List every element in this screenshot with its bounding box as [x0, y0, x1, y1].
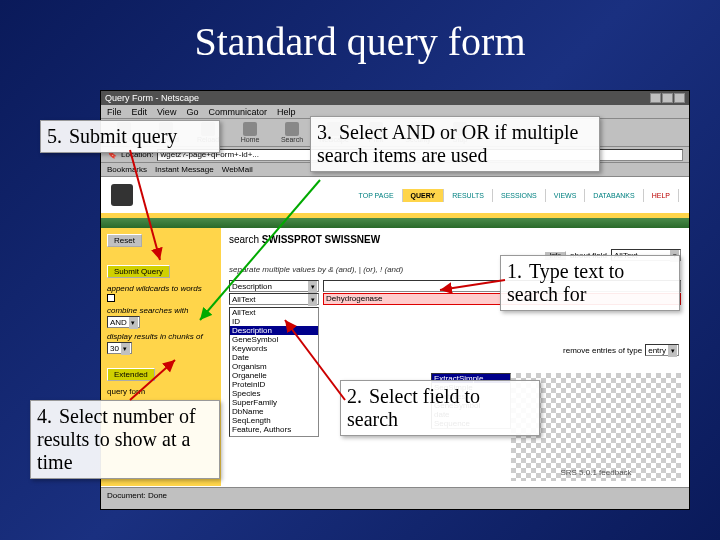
bookmark-link[interactable]: WebMail: [222, 165, 253, 174]
list-item[interactable]: Organism: [230, 362, 318, 371]
append-label: append wildcards to words: [107, 284, 215, 293]
tab-results[interactable]: RESULTS: [444, 189, 493, 202]
search-title: search SWISSPROT SWISSNEW: [229, 232, 681, 249]
list-item[interactable]: Feature, Authors: [230, 425, 318, 434]
status-bar: Document: Done: [101, 487, 689, 503]
menu-go[interactable]: Go: [186, 107, 198, 117]
append-checkbox[interactable]: [107, 294, 115, 302]
bookmark-link[interactable]: Instant Message: [155, 165, 214, 174]
field-list[interactable]: AllText ID Description GeneSymbol Keywor…: [229, 307, 319, 437]
tab-help[interactable]: HELP: [644, 189, 679, 202]
callout-5: 5.Submit query: [40, 120, 220, 153]
list-item[interactable]: SeqLength: [230, 416, 318, 425]
list-item[interactable]: Keywords: [230, 344, 318, 353]
home-icon: [243, 122, 257, 136]
submit-query-button[interactable]: Submit Query: [107, 265, 170, 278]
callout-4: 4.Select number of results to show at a …: [30, 400, 220, 479]
list-item[interactable]: Date: [230, 353, 318, 362]
chunks-select[interactable]: 30: [107, 342, 132, 354]
extended-button[interactable]: Extended: [107, 368, 155, 381]
search-button[interactable]: Search: [275, 122, 309, 143]
list-item[interactable]: SuperFamily: [230, 398, 318, 407]
window-titlebar: Query Form - Netscape: [101, 91, 689, 105]
list-item[interactable]: ID: [230, 317, 318, 326]
srs-logo-icon: [111, 184, 133, 206]
tab-views[interactable]: VIEWS: [546, 189, 586, 202]
tab-top[interactable]: TOP PAGE: [351, 189, 403, 202]
srs-header: TOP PAGE QUERY RESULTS SESSIONS VIEWS DA…: [101, 177, 689, 213]
combine-label: combine searches with: [107, 306, 215, 315]
field2-select[interactable]: AllText: [229, 293, 319, 305]
srs-footer: SRS 5.0.1 feedback: [560, 468, 631, 477]
callout-2: 2.Select field to search: [340, 380, 540, 436]
callout-1: 1.Type text to search for: [500, 255, 680, 311]
slide-title: Standard query form: [0, 0, 720, 73]
tab-databanks[interactable]: DATABANKS: [585, 189, 643, 202]
menu-help[interactable]: Help: [277, 107, 296, 117]
list-item[interactable]: ProteinID: [230, 380, 318, 389]
tab-sessions[interactable]: SESSIONS: [493, 189, 546, 202]
menu-edit[interactable]: Edit: [132, 107, 148, 117]
menu-view[interactable]: View: [157, 107, 176, 117]
queryform-label: query form: [107, 387, 215, 396]
list-item[interactable]: DbName: [230, 407, 318, 416]
minimize-icon[interactable]: [650, 93, 661, 103]
reset-button[interactable]: Reset: [107, 234, 142, 247]
field1-select[interactable]: Description: [229, 280, 319, 292]
bookmark-link[interactable]: Bookmarks: [107, 165, 147, 174]
remove-select[interactable]: entry: [645, 344, 679, 356]
list-item[interactable]: Species: [230, 389, 318, 398]
srs-tabs: TOP PAGE QUERY RESULTS SESSIONS VIEWS DA…: [351, 189, 679, 202]
list-item[interactable]: AllText: [230, 308, 318, 317]
list-item[interactable]: GeneSymbol: [230, 335, 318, 344]
maximize-icon[interactable]: [662, 93, 673, 103]
list-item[interactable]: Description: [230, 326, 318, 335]
combine-select[interactable]: AND: [107, 316, 140, 328]
menu-communicator[interactable]: Communicator: [208, 107, 267, 117]
callout-3: 3.Select AND or OR if multiple search it…: [310, 116, 600, 172]
window-title: Query Form - Netscape: [105, 93, 199, 103]
remove-label: remove entries of type: [563, 346, 642, 355]
divider: [101, 218, 689, 228]
search-icon: [285, 122, 299, 136]
list-item[interactable]: Organelle: [230, 371, 318, 380]
chunks-label: display results in chunks of: [107, 332, 215, 341]
menu-file[interactable]: File: [107, 107, 122, 117]
home-button[interactable]: Home: [233, 122, 267, 143]
tab-query[interactable]: QUERY: [403, 189, 445, 202]
close-icon[interactable]: [674, 93, 685, 103]
status-text: Document: Done: [107, 491, 167, 500]
remove-row: remove entries of type entry: [563, 344, 679, 356]
